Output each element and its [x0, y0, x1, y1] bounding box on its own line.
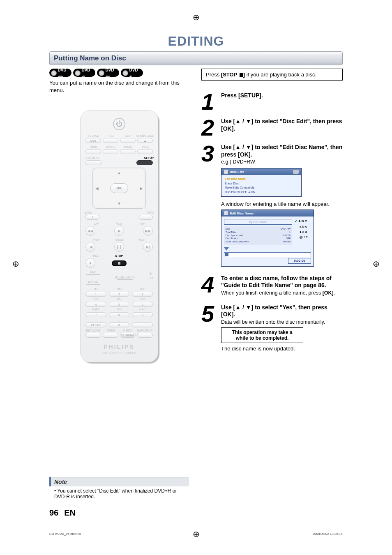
direct-dubbing-button: DUBBING — [120, 333, 136, 338]
remote-label: RAPID PLAY — [136, 329, 154, 332]
remote-label: INFO — [119, 211, 154, 214]
dtv-tv-button — [103, 149, 118, 154]
badge-dvd-plus-rw: DVD+RW — [49, 69, 71, 77]
step-final-text: The disc name is now updated. — [221, 345, 343, 352]
text: Press — [206, 71, 221, 78]
remote-label: NEXT — [131, 238, 154, 241]
num-8-button: 8 — [109, 312, 130, 317]
step-aftertext: A window for entering a title name will … — [221, 201, 343, 207]
num-3-button: 3 — [132, 292, 153, 297]
ok-button: OK — [110, 183, 128, 193]
rapid-play-button — [137, 333, 153, 338]
clear-button: CLEAR — [85, 322, 106, 327]
num-4-button: 4 — [85, 302, 106, 307]
remote-label: DTV/TV — [102, 145, 119, 148]
disc-stats: DiscDVD+RW Total Titles1 Disc Space Used… — [224, 226, 292, 244]
ch-plus-label: + — [150, 272, 152, 276]
time-display: 0:00:00 — [288, 258, 311, 264]
page-number: 96EN — [49, 508, 76, 518]
num-label: GHI — [85, 298, 106, 301]
disc-icon — [293, 170, 299, 174]
sub-brand-text: HDD & DVD RECORDER — [85, 352, 154, 355]
remote-label: DVD — [119, 134, 136, 137]
text: if you are playing back a disc. — [245, 71, 316, 78]
content: EDITING Putting Name on Disc DVD+RW DVD+… — [29, 25, 363, 362]
stop-instruction-box: Press [STOP ] if you are playing back a … — [201, 69, 343, 81]
footer-left: E2H40UD_v4.indd 96 — [49, 532, 81, 536]
setup-button — [136, 160, 153, 165]
hdmi-button — [85, 149, 101, 154]
ffwd-button: ▶▶ — [143, 226, 153, 236]
page: ⊕ ⊕ ⊕ ⊕ EDITING Putting Name on Disc DVD… — [29, 25, 363, 526]
num-7-button: 7 — [85, 312, 106, 317]
num-9-button: 9 — [132, 312, 153, 317]
remote-label: PREV — [85, 238, 108, 241]
check-icon: ✔ — [295, 219, 297, 223]
badge-dvd-plus-r: DVD+R — [73, 69, 95, 77]
menu-item: Edit Disc Name — [225, 177, 298, 182]
num-label: JKL — [109, 298, 130, 301]
remote-label: TIMER — [102, 329, 119, 332]
disc-menu-button — [85, 160, 102, 165]
arrow-left-icon: ◀ — [95, 186, 99, 191]
num-1-button: 1 — [85, 292, 106, 297]
crop-mark-icon: ⊕ — [12, 259, 19, 269]
disc-name-input: My Disc Name — [224, 219, 292, 225]
info-button — [139, 215, 153, 220]
hdd-button — [103, 138, 118, 143]
remote-label: SOURCE — [85, 134, 102, 137]
remote-label: PLAY — [108, 222, 131, 225]
skip-button — [86, 274, 100, 275]
back-button: ⤴ — [85, 215, 99, 220]
screen-header: Disc Edit — [221, 168, 301, 175]
replay-button — [86, 284, 100, 285]
audio-button — [120, 149, 136, 154]
edit-disc-name-screen: Edit Disc Name My Disc Name DiscDVD+RW T… — [221, 210, 314, 266]
num-5-button: 5 — [109, 302, 130, 307]
step-2: 2 Use [▲ / ▼] to select "Disc Edit", the… — [201, 118, 343, 136]
step-title: Use [▲ / ▼] to select "Yes", then press … — [221, 304, 343, 318]
badge-dvd-minus-r: DVD-R — [121, 69, 143, 77]
step-title: To enter a disc name, follow the steps o… — [221, 275, 343, 289]
num-6-button: 6 — [132, 302, 153, 307]
open-close-button: ▲ — [137, 138, 153, 143]
left-column: DVD+RW DVD+R DVD-RW DVD-R You can put a … — [49, 69, 189, 362]
badge-dvd-minus-rw: DVD-RW — [97, 69, 119, 77]
num-0-button: 0 — [109, 322, 130, 327]
warning-box: This operation may take a while to be co… — [221, 327, 303, 343]
stop-label: STOP — [108, 254, 131, 257]
dvd-button — [120, 138, 136, 143]
step-number: 3 — [201, 145, 219, 161]
ch-label: CH — [149, 276, 153, 279]
menu-item: Erase Disc — [225, 182, 298, 186]
remote-label: PAUSE LIVE TV — [115, 276, 134, 279]
note-text: • You cannot select "Disc Edit" when fin… — [49, 486, 189, 501]
stop-icon — [118, 262, 120, 265]
brand-logo: PHILIPS — [85, 343, 154, 350]
character-set: ✔ A B C a b c 1 2 3 @ ! ? — [295, 219, 311, 244]
note-heading: Note — [49, 477, 189, 486]
right-column: Press [STOP ] if you are playing back a … — [201, 69, 343, 362]
page-title: EDITING — [49, 34, 343, 49]
menu-item: Disc Protect OFF ➔ ON — [225, 190, 298, 195]
step-1: 1 Press [SETUP]. — [201, 92, 343, 110]
remote-label: REC MODE — [85, 329, 102, 332]
dvd-format-badges: DVD+RW DVD+R DVD-RW DVD-R — [49, 69, 189, 77]
remote-label: OPEN/CLOSE — [136, 134, 154, 137]
dpad: ▲ ▼ ◀ ▶ OK — [92, 168, 146, 209]
remote-label: HDD — [102, 134, 119, 137]
screen-header: Edit Disc Name — [221, 210, 314, 216]
play-button: ▶ — [114, 226, 124, 236]
num-label: TUV — [109, 308, 130, 311]
remote-label: BACK — [85, 211, 119, 214]
prev-button: |◀ — [85, 242, 95, 252]
remote-label: REPLAY — [88, 281, 98, 283]
triangle-down-icon — [224, 247, 229, 251]
num-label: @/: — [85, 288, 106, 290]
ch-minus-label: − — [150, 280, 152, 284]
step-number: 5 — [201, 306, 219, 322]
step-number: 1 — [201, 94, 219, 110]
pause-live-tv-button — [117, 279, 133, 280]
step-number: 2 — [201, 120, 219, 136]
next-button: ▶| — [143, 242, 153, 252]
